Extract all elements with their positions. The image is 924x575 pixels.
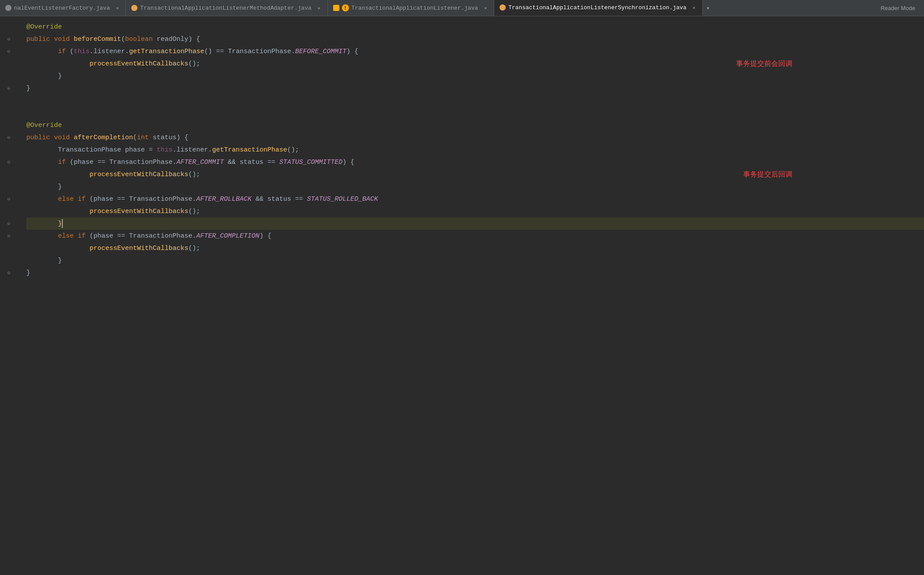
gutter-space-1 <box>0 21 18 33</box>
const-AFTER_ROLLBACK: AFTER_ROLLBACK <box>196 195 252 203</box>
tab-bar: nalEventListenerFactory.java ✕ Transacti… <box>0 0 924 16</box>
editor-area: ⊖ ⊖ ⊖ ⊖ ⊖ ⊖ ⊖ ⊖ ⊖ <box>0 16 924 575</box>
fold-arrow-7: ⊖ <box>6 221 12 227</box>
fold-arrow-6: ⊖ <box>6 196 12 202</box>
dot-2: . <box>125 48 129 55</box>
gutter-fold-7[interactable]: ⊖ <box>0 217 18 230</box>
fold-arrow-4: ⊖ <box>6 134 12 141</box>
param-status: status <box>153 134 176 141</box>
gutter-fold-1[interactable]: ⊖ <box>0 33 18 45</box>
indent-17 <box>26 220 58 228</box>
brace-1: } <box>58 72 62 80</box>
paren-close-1: ) { <box>346 48 358 55</box>
fold-arrow-3: ⊖ <box>6 85 12 91</box>
kw-int: int <box>137 134 153 141</box>
tab2-icon <box>131 5 137 11</box>
kw-if-4: if <box>78 232 90 240</box>
dot-4: . <box>208 146 212 154</box>
code-line-3: if (this.listener.getTransactionPhase() … <box>26 45 924 58</box>
kw-else-2: else <box>58 232 78 240</box>
indent-11 <box>26 146 58 154</box>
gutter-fold-6[interactable]: ⊖ <box>0 193 18 205</box>
gutter-space-19 <box>0 254 18 267</box>
and-2: && status == <box>252 195 307 203</box>
annotation-before-commit: 事务提交前会回调 <box>736 59 792 69</box>
code-line-5: } <box>26 70 924 82</box>
code-line-21: } <box>26 267 924 279</box>
const-AFTER_COMPLETION: AFTER_COMPLETION <box>196 232 259 240</box>
kw-if-3: if <box>78 195 90 203</box>
reader-mode-button[interactable]: Reader Mode <box>881 5 915 11</box>
method-afterCompletion: afterCompletion <box>74 134 133 141</box>
annotation-override-2: @Override <box>26 122 62 129</box>
kw-void-2: void <box>54 134 74 141</box>
tab1-label: nalEventListenerFactory.java <box>14 5 110 11</box>
paren-7: ) { <box>342 159 354 166</box>
paren-9: (phase == TransactionPhase. <box>90 232 196 240</box>
gutter-fold-2[interactable]: ⊖ <box>0 45 18 58</box>
indent-19 <box>26 245 90 252</box>
tab3-warning-icon: ! <box>342 4 349 11</box>
indent-15 <box>26 195 58 203</box>
indent-3 <box>26 48 58 55</box>
tab3-icon <box>333 5 339 11</box>
code-line-11: TransactionPhase phase = this.listener.g… <box>26 144 924 156</box>
tab2-close[interactable]: ✕ <box>316 5 322 11</box>
listener-1: listener <box>93 48 125 55</box>
indent-14 <box>26 183 58 191</box>
brace-5: } <box>58 257 62 264</box>
indent-12 <box>26 159 58 166</box>
kw-boolean: boolean <box>125 36 157 43</box>
tab1-close[interactable]: ✕ <box>114 5 120 11</box>
call-parens-1: (); <box>188 60 200 68</box>
code-line-9: @Override <box>26 119 924 131</box>
call-parens-2: (); <box>287 146 299 154</box>
annotation-after-commit: 事务提交后回调 <box>743 170 792 179</box>
brace-2: } <box>26 85 30 92</box>
gutter-fold-8[interactable]: ⊖ <box>0 230 18 242</box>
gutter-space-12 <box>0 168 18 181</box>
const-AFTER_COMMIT: AFTER_COMMIT <box>176 159 224 166</box>
tab2-label: TransactionalApplicationListenerMethodAd… <box>140 5 311 11</box>
gutter-space-3 <box>0 58 18 70</box>
tab-overflow-button[interactable]: ▾ <box>703 4 713 12</box>
gutter-space-10 <box>0 144 18 156</box>
method-beforeCommit: beforeCommit <box>74 36 121 43</box>
indent-13 <box>26 171 90 178</box>
const-BEFORE_COMMIT: BEFORE_COMMIT <box>295 48 346 55</box>
code-line-12: if (phase == TransactionPhase.AFTER_COMM… <box>26 156 924 168</box>
code-line-2: public void beforeCommit(boolean readOnl… <box>26 33 924 45</box>
fold-arrow-2: ⊖ <box>6 48 12 54</box>
method-getPhase-1: getTransactionPhase <box>129 48 204 55</box>
tab3-close[interactable]: ✕ <box>482 5 489 11</box>
paren-3: ( <box>70 48 74 55</box>
tab-Listener[interactable]: ! TransactionalApplicationListener.java … <box>328 0 495 16</box>
code-line-6: } <box>26 82 924 94</box>
parens-1: () == TransactionPhase. <box>204 48 295 55</box>
gutter-fold-9[interactable]: ⊖ <box>0 267 18 279</box>
kw-if-2: if <box>58 159 70 166</box>
indent-5 <box>26 72 58 80</box>
code-line-20: } <box>26 254 924 267</box>
code-line-1: @Override <box>26 21 924 33</box>
tab-Synchronization[interactable]: TransactionalApplicationListenerSynchron… <box>494 0 703 16</box>
and-1: && status == <box>224 159 279 166</box>
gutter-fold-3[interactable]: ⊖ <box>0 82 18 94</box>
code-line-empty-2 <box>26 107 924 119</box>
gutter-fold-5[interactable]: ⊖ <box>0 156 18 168</box>
const-STATUS_COMMITTED: STATUS_COMMITTED <box>279 159 342 166</box>
tab-MethodAdapter[interactable]: TransactionalApplicationListenerMethodAd… <box>126 0 327 16</box>
dot-1: . <box>90 48 93 55</box>
tab4-close[interactable]: ✕ <box>691 4 697 11</box>
indent-20 <box>26 257 58 264</box>
paren-6: (phase == TransactionPhase. <box>70 159 176 166</box>
tab-nalEventListenerFactory[interactable]: nalEventListenerFactory.java ✕ <box>0 0 126 16</box>
kw-public-1: public <box>26 36 54 43</box>
listener-2: listener <box>176 146 208 154</box>
type-phase: TransactionPhase <box>58 146 125 154</box>
code-line-13: processEventWithCallbacks(); 事务提交后回调 <box>26 168 924 181</box>
text-cursor <box>62 219 63 228</box>
gutter-fold-4[interactable]: ⊖ <box>0 131 18 144</box>
paren-10: ) { <box>259 232 271 240</box>
tab3-label: TransactionalApplicationListener.java <box>352 5 478 11</box>
